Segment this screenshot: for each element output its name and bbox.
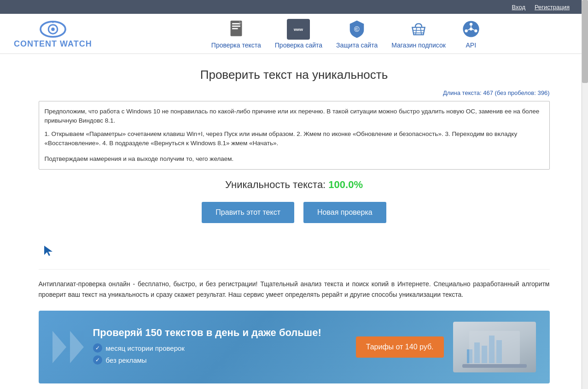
logo-text: CONTENT WATCH	[14, 39, 92, 49]
banner-arrows-decoration	[52, 331, 84, 363]
nav-check-text-label: Проверка текста	[211, 41, 261, 49]
svg-point-2	[51, 27, 55, 31]
action-buttons: Править этот текст Новая проверка	[39, 202, 550, 223]
svg-rect-31	[469, 331, 520, 364]
edit-text-button[interactable]: Править этот текст	[202, 202, 294, 223]
top-bar: Вход Регистрация	[0, 0, 588, 14]
text-length-label: Длина текста:	[443, 89, 482, 96]
banner-content: Проверяй 150 текстов в день и даже больш…	[93, 327, 338, 367]
banner-feature-2: ✓ без рекламы	[93, 355, 338, 365]
scrollbar[interactable]	[582, 0, 588, 389]
promo-banner: Проверяй 150 текстов в день и даже больш…	[39, 311, 550, 383]
text-content: Предположим, что работа с Windows 10 не …	[45, 107, 544, 126]
svg-point-19	[474, 29, 477, 32]
svg-line-12	[416, 27, 417, 35]
nav-protect-site-label: Защита сайта	[336, 41, 378, 49]
svg-point-20	[470, 28, 472, 30]
cursor-icon	[43, 245, 53, 257]
check-text-icon	[225, 19, 248, 40]
shop-icon	[407, 19, 430, 40]
page-title: Проверить текст на уникальность	[39, 68, 550, 82]
divider	[39, 269, 550, 270]
banner-title: Проверяй 150 текстов в день и даже больш…	[93, 327, 338, 339]
logo[interactable]: CONTENT WATCH	[14, 18, 92, 49]
header: CONTENT WATCH Проверка текста	[0, 14, 588, 54]
svg-point-17	[470, 23, 472, 25]
uniqueness-result: Уникальность текста: 100.0%	[39, 179, 550, 191]
logo-icon	[39, 18, 67, 39]
nav-check-text[interactable]: Проверка текста	[211, 19, 261, 49]
text-length-close: )	[547, 89, 549, 96]
nav-shop[interactable]: Магазин подписок	[391, 19, 446, 49]
main-content: Проверить текст на уникальность Длина те…	[29, 54, 559, 389]
svg-line-13	[420, 27, 421, 35]
text-content-2: 1. Открываем «Параметры» сочетанием клав…	[45, 130, 544, 148]
text-content-3: Подтверждаем намерения и на выходе получ…	[45, 154, 544, 164]
text-area: Предположим, что работа с Windows 10 не …	[39, 101, 550, 170]
scrollbar-thumb[interactable]	[582, 0, 588, 83]
svg-rect-30	[462, 364, 527, 368]
text-length-chars: 467	[483, 89, 493, 96]
check-icon-1: ✓	[93, 343, 102, 353]
uniqueness-label: Уникальность текста:	[225, 179, 326, 190]
register-link[interactable]: Регистрация	[535, 4, 570, 11]
nav-check-site-label: Проверка сайта	[275, 41, 322, 49]
banner-arrow-2	[70, 331, 84, 363]
uniqueness-value: 100.0%	[328, 179, 363, 190]
check-icon-2: ✓	[93, 355, 102, 365]
text-length-nospaces-label: (без пробелов:	[495, 89, 536, 96]
banner-feature-1-label: месяц истории проверок	[106, 344, 185, 352]
svg-rect-6	[232, 25, 240, 27]
banner-image-mock	[453, 322, 536, 372]
text-length-nospaces-chars: 396	[537, 89, 547, 96]
banner-image	[453, 322, 536, 372]
nav-api-label: API	[466, 41, 477, 49]
login-link[interactable]: Вход	[512, 4, 525, 11]
banner-feature-2-label: без рекламы	[106, 356, 147, 364]
nav-api[interactable]: API	[460, 19, 483, 49]
banner-button[interactable]: Тарифы от 140 руб.	[356, 336, 444, 358]
nav: Проверка текста www Проверка сайта ©	[120, 19, 574, 49]
logo-content: CONTENT	[14, 39, 57, 48]
logo-watch: WATCH	[57, 39, 92, 48]
svg-text:©: ©	[354, 25, 360, 33]
banner-arrow-1	[52, 331, 66, 363]
nav-shop-label: Магазин подписок	[391, 41, 446, 49]
svg-text:www: www	[293, 27, 303, 32]
nav-protect-site[interactable]: © Защита сайта	[336, 19, 378, 49]
svg-point-18	[465, 29, 467, 32]
nav-check-site[interactable]: www Проверка сайта	[275, 19, 322, 49]
new-check-button[interactable]: Новая проверка	[303, 202, 386, 223]
svg-marker-24	[44, 246, 52, 256]
text-length-info: Длина текста: 467 (без пробелов: 396)	[39, 89, 550, 96]
api-icon	[460, 19, 483, 40]
svg-rect-7	[232, 28, 238, 29]
description-text: Антиплагиат-проверка онлайн - бесплатно,…	[39, 279, 550, 300]
check-site-icon: www	[287, 19, 310, 40]
cursor-area	[39, 237, 550, 265]
banner-feature-1: ✓ месяц истории проверок	[93, 343, 338, 353]
protect-site-icon: ©	[345, 19, 368, 40]
